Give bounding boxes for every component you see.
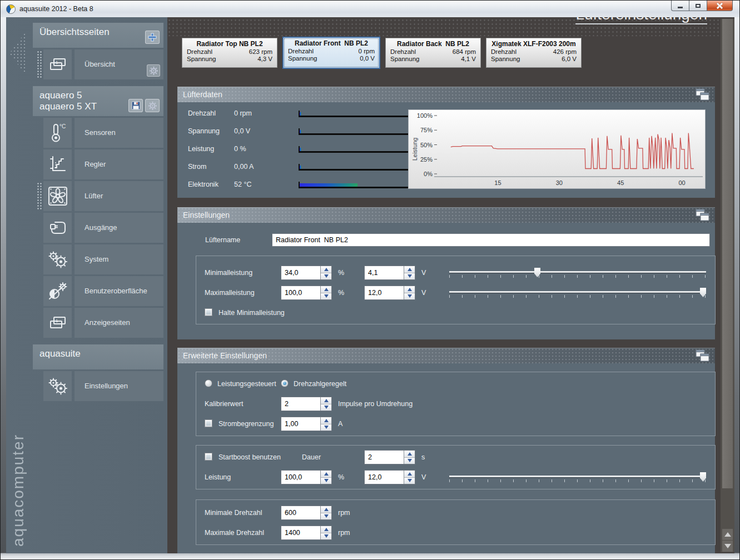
spinner-value[interactable]: 2 xyxy=(281,397,320,411)
fan-card-radiator-front-nb-pl2[interactable]: Radiator Front NB PL2Drehzahl0 rpmSpannu… xyxy=(282,37,380,69)
spinner-up-button[interactable] xyxy=(404,266,415,273)
max-power-volt-spinner[interactable]: 12,0 xyxy=(364,286,415,300)
sidebar-section-header-aquasuite[interactable]: aquasuite xyxy=(33,344,163,369)
window-frame-bottom xyxy=(1,553,739,559)
spinner-buttons xyxy=(320,417,331,431)
drag-handle[interactable] xyxy=(37,51,42,78)
sidebar-item-benutzeroberfl-che[interactable]: Benutzeroberfläche xyxy=(43,276,163,306)
spinner-value[interactable]: 100,0 xyxy=(281,286,320,299)
close-button[interactable] xyxy=(707,1,733,11)
spinner-down-button[interactable] xyxy=(404,293,415,300)
boost-volt-spinner[interactable]: 12,0 xyxy=(364,470,415,484)
spinner-up-button[interactable] xyxy=(321,471,331,477)
fan-name-input[interactable]: Radiator Front NB PL2 xyxy=(272,233,710,247)
sidebar-item-anzeigeseiten[interactable]: 1Anzeigeseiten xyxy=(43,308,163,338)
scrollbar[interactable] xyxy=(721,19,734,552)
spinner-down-button[interactable] xyxy=(321,273,331,280)
spinner-down-button[interactable] xyxy=(321,404,331,411)
arrow-down-icon xyxy=(724,544,731,548)
spinner-down-button[interactable] xyxy=(404,477,415,484)
spinner-up-button[interactable] xyxy=(321,417,331,424)
fan-card-radiator-top-nb-pl2[interactable]: Radiator Top NB PL2Drehzahl623 rpmSpannu… xyxy=(182,38,277,68)
sidebar-item-l-fter[interactable]: Lüfter xyxy=(43,181,163,211)
brand-logo: aquacomputer xyxy=(9,434,27,547)
spinner-value[interactable]: 34,0 xyxy=(281,266,320,279)
spinner-up-button[interactable] xyxy=(321,266,331,273)
scroll-up-button[interactable] xyxy=(722,529,733,540)
spinner-up-button[interactable] xyxy=(404,286,415,293)
min-rpm-spinner[interactable]: 600 xyxy=(281,506,332,520)
calibration-spinner[interactable]: 2 xyxy=(281,397,332,411)
sidebar-item-sensoren[interactable]: °CSensoren xyxy=(43,118,163,148)
detach-window-icon[interactable] xyxy=(695,349,711,362)
fan-card-xigmatek-xlf-f2003-200m[interactable]: Xigmatek XLF-F2003 200mDrehzahl426 rpmSp… xyxy=(486,38,582,68)
spinner-down-button[interactable] xyxy=(404,457,415,464)
maximize-button[interactable] xyxy=(689,1,707,11)
seconds-unit: s xyxy=(421,453,425,461)
power-controlled-radio[interactable] xyxy=(205,379,212,387)
max-power-slider[interactable] xyxy=(449,287,706,298)
fan-card-radiator-back-nb-pl2[interactable]: Radiator Back NB PL2Drehzahl684 rpmSpann… xyxy=(385,38,481,68)
sidebar-item--bersicht[interactable]: 1Übersicht xyxy=(43,49,163,79)
spinner-up-button[interactable] xyxy=(321,286,331,293)
current-limit-checkbox[interactable] xyxy=(205,419,212,427)
detach-window-icon[interactable] xyxy=(695,209,711,222)
sidebar-section-header--bersichtsseiten[interactable]: Übersichtsseiten xyxy=(33,23,163,48)
duration-spinner[interactable]: 2 xyxy=(364,450,415,464)
sidebar-item-system[interactable]: System xyxy=(43,244,163,274)
current-limit-spinner[interactable]: 1,00 xyxy=(281,417,332,431)
percent-unit: % xyxy=(338,289,344,297)
spinner-up-button[interactable] xyxy=(321,526,331,533)
spinner-value[interactable]: 600 xyxy=(281,506,320,519)
minimize-button[interactable] xyxy=(671,1,689,11)
spinner-up-button[interactable] xyxy=(404,471,415,477)
min-power-volt-spinner[interactable]: 4,1 xyxy=(364,266,415,280)
settings-gear-button[interactable] xyxy=(145,99,160,112)
spinner-down-button[interactable] xyxy=(321,513,331,520)
max-rpm-spinner[interactable]: 1400 xyxy=(281,526,332,540)
save-button[interactable] xyxy=(128,99,143,112)
spinner-value[interactable]: 12,0 xyxy=(365,286,404,299)
hold-min-power-checkbox[interactable] xyxy=(205,308,212,316)
panel-fan-data-body: Drehzahl0 rpmSpannung0,0 VLeistung0 %Str… xyxy=(177,102,715,198)
fan-data-label: Spannung xyxy=(188,127,234,135)
detach-window-icon[interactable] xyxy=(695,88,711,101)
slider-track[interactable] xyxy=(449,291,706,293)
sidebar-item-regler[interactable]: Regler xyxy=(43,149,163,179)
spinner-value[interactable]: 12,0 xyxy=(365,471,404,484)
spinner-down-button[interactable] xyxy=(321,293,331,300)
boost-percent-spinner[interactable]: 100,0 xyxy=(281,470,332,484)
boost-power-slider[interactable] xyxy=(449,472,706,483)
page-settings-gear-button[interactable] xyxy=(147,64,160,77)
maximize-icon xyxy=(696,4,701,8)
scrollbar-thumb[interactable] xyxy=(722,19,733,488)
spinner-value[interactable]: 1,00 xyxy=(281,417,320,431)
spinner-value[interactable]: 100,0 xyxy=(281,471,320,484)
add-page-button[interactable] xyxy=(145,31,160,44)
spinner-up-button[interactable] xyxy=(404,451,415,457)
scroll-down-button[interactable] xyxy=(722,541,733,552)
spinner-down-button[interactable] xyxy=(321,477,331,484)
sidebar-item-einstellungen[interactable]: Einstellungen xyxy=(43,371,163,401)
rpm-controlled-radio[interactable] xyxy=(281,379,289,387)
spinner-value[interactable]: 2 xyxy=(365,451,404,464)
min-power-percent-spinner[interactable]: 34,0 xyxy=(281,266,332,280)
spinner-value[interactable]: 4,1 xyxy=(365,266,404,279)
sidebar-section-header-aquaero-5[interactable]: aquaero 5aquaero 5 XT xyxy=(33,86,163,116)
slider-track[interactable] xyxy=(449,271,706,273)
sidebar-item-ausg-nge[interactable]: Ausgänge xyxy=(43,213,163,243)
spinner-down-button[interactable] xyxy=(321,424,331,431)
spinner-down-button[interactable] xyxy=(321,533,331,540)
max-power-percent-spinner[interactable]: 100,0 xyxy=(281,286,332,300)
volt-unit: V xyxy=(421,269,426,277)
spinner-up-button[interactable] xyxy=(321,397,331,404)
drag-handle[interactable] xyxy=(37,182,42,210)
spinner-down-button[interactable] xyxy=(404,273,415,280)
startboost-checkbox[interactable] xyxy=(205,453,212,461)
fan-card-row: Spannung4,3 V xyxy=(182,55,277,62)
section-actions xyxy=(145,31,160,44)
slider-track[interactable] xyxy=(449,476,706,477)
min-power-slider[interactable] xyxy=(449,267,706,278)
spinner-up-button[interactable] xyxy=(321,506,331,513)
spinner-value[interactable]: 1400 xyxy=(281,526,320,539)
